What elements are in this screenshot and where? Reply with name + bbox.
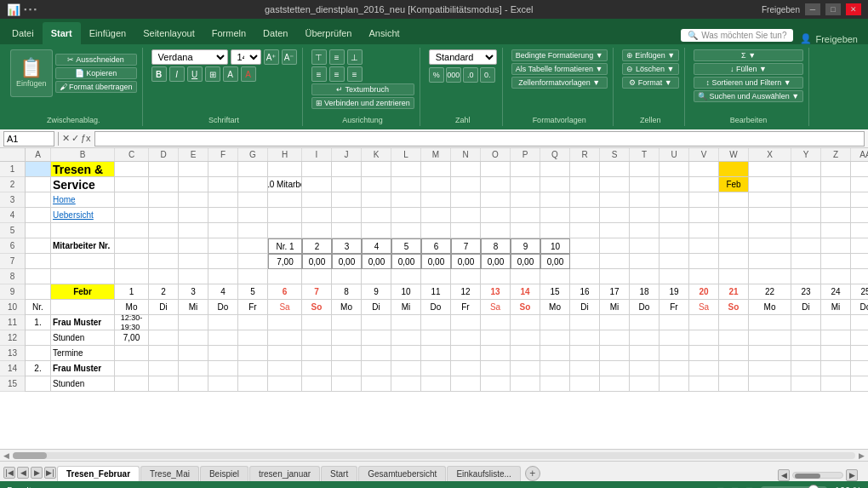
number-format-select[interactable]: Standard	[429, 49, 497, 65]
cell-C7[interactable]	[115, 254, 149, 269]
cell-X5[interactable]	[749, 223, 791, 238]
cell-V5[interactable]	[689, 223, 719, 238]
cell-U11[interactable]	[660, 315, 689, 330]
cell-K8[interactable]	[362, 269, 391, 284]
col-header-o[interactable]: O	[481, 148, 511, 161]
decrease-font-button[interactable]: A⁻	[282, 49, 297, 65]
cell-X15[interactable]	[749, 376, 791, 392]
cell-N11[interactable]	[451, 315, 481, 330]
row-header-5[interactable]: 5	[0, 223, 25, 238]
cell-N8[interactable]	[451, 269, 481, 284]
cell-P2[interactable]	[511, 177, 540, 192]
cell-P12[interactable]	[511, 330, 540, 346]
cell-Y3[interactable]	[791, 192, 821, 208]
cell-L10[interactable]: Mi	[391, 300, 421, 315]
cell-F2[interactable]	[208, 177, 238, 192]
cell-Y8[interactable]	[791, 269, 821, 284]
cell-D12[interactable]	[149, 330, 179, 346]
insert-function-icon[interactable]: ƒx	[81, 133, 91, 144]
cell-M13[interactable]	[421, 346, 451, 361]
cell-AA5[interactable]	[851, 223, 868, 238]
row-header-3[interactable]: 3	[0, 192, 25, 208]
cell-O10[interactable]: Sa	[481, 300, 511, 315]
thousands-button[interactable]: 000	[446, 67, 461, 83]
cell-L2[interactable]	[391, 177, 421, 192]
paste-button[interactable]: 📋 Einfügen	[10, 49, 53, 97]
cell-J3[interactable]	[332, 192, 362, 208]
cell-Z4[interactable]	[821, 208, 851, 223]
cell-Q11[interactable]	[540, 315, 570, 330]
formula-input[interactable]	[94, 131, 865, 146]
cell-A12[interactable]	[26, 330, 51, 346]
col-header-b[interactable]: B	[51, 148, 115, 161]
cell-X14[interactable]	[749, 361, 791, 376]
cell-R11[interactable]	[570, 315, 600, 330]
cell-J10[interactable]: Mo	[332, 300, 362, 315]
cell-H3[interactable]	[268, 192, 302, 208]
cell-L6[interactable]: 5	[391, 238, 421, 254]
cell-S6[interactable]	[600, 238, 630, 254]
cell-Y14[interactable]	[791, 361, 821, 376]
cell-Q6[interactable]: 10	[540, 238, 570, 254]
cell-E13[interactable]	[179, 346, 208, 361]
cell-K14[interactable]	[362, 361, 391, 376]
cell-X1[interactable]	[749, 162, 791, 177]
cell-Z1[interactable]	[821, 162, 851, 177]
cell-J2[interactable]	[332, 177, 362, 192]
next-sheet-button[interactable]: ▶	[31, 467, 43, 479]
cell-V1[interactable]	[689, 162, 719, 177]
tab-formeln[interactable]: Formeln	[203, 22, 254, 44]
cell-G15[interactable]	[238, 376, 268, 392]
row-header-7[interactable]: 7	[0, 254, 25, 269]
row-header-13[interactable]: 13	[0, 346, 25, 361]
cell-U9[interactable]: 19	[660, 284, 689, 300]
cell-C11[interactable]: 12:30- 19:30	[115, 315, 149, 330]
cell-W9[interactable]: 21	[719, 284, 749, 300]
cell-M3[interactable]	[421, 192, 451, 208]
insert-cells-button[interactable]: ⊕ Einfügen ▼	[622, 49, 679, 61]
cell-R12[interactable]	[570, 330, 600, 346]
conditional-format-button[interactable]: Bedingte Formatierung ▼	[511, 49, 608, 61]
font-name-select[interactable]: Verdana	[151, 49, 228, 65]
cell-G11[interactable]	[238, 315, 268, 330]
cell-R15[interactable]	[570, 376, 600, 392]
cell-X13[interactable]	[749, 346, 791, 361]
cell-B1[interactable]: Tresen &	[51, 162, 115, 177]
cell-M4[interactable]	[421, 208, 451, 223]
cell-P10[interactable]: So	[511, 300, 540, 315]
cell-C2[interactable]	[115, 177, 149, 192]
cell-M7[interactable]: 0,00	[421, 254, 451, 269]
confirm-formula-icon[interactable]: ✓	[71, 133, 79, 144]
cell-A1[interactable]	[26, 162, 51, 177]
cell-H8[interactable]	[268, 269, 302, 284]
col-header-z[interactable]: Z	[821, 148, 851, 161]
cell-AA10[interactable]: Do	[851, 300, 868, 315]
cell-L11[interactable]	[391, 315, 421, 330]
sheet-tab-start[interactable]: Start	[321, 466, 357, 481]
cell-C5[interactable]	[115, 223, 149, 238]
cell-V7[interactable]	[689, 254, 719, 269]
col-header-y[interactable]: Y	[791, 148, 821, 161]
cell-T15[interactable]	[630, 376, 660, 392]
cell-F4[interactable]	[208, 208, 238, 223]
cell-Y11[interactable]	[791, 315, 821, 330]
cell-H4[interactable]	[268, 208, 302, 223]
col-header-p[interactable]: P	[511, 148, 540, 161]
cell-Z11[interactable]	[821, 315, 851, 330]
cell-X4[interactable]	[749, 208, 791, 223]
cell-Q4[interactable]	[540, 208, 570, 223]
cell-P5[interactable]	[511, 223, 540, 238]
cell-U15[interactable]	[660, 376, 689, 392]
cell-K15[interactable]	[362, 376, 391, 392]
cell-R6[interactable]	[570, 238, 600, 254]
cell-F15[interactable]	[208, 376, 238, 392]
col-header-i[interactable]: I	[302, 148, 332, 161]
cell-Q10[interactable]: Mo	[540, 300, 570, 315]
cell-D5[interactable]	[149, 223, 179, 238]
sheet-tab-tresen-februar[interactable]: Tresen_Februar	[57, 466, 140, 481]
cell-O3[interactable]	[481, 192, 511, 208]
cell-C9[interactable]: 1	[115, 284, 149, 300]
increase-decimal-button[interactable]: .0	[463, 67, 478, 83]
cell-C4[interactable]	[115, 208, 149, 223]
cell-I11[interactable]	[302, 315, 332, 330]
